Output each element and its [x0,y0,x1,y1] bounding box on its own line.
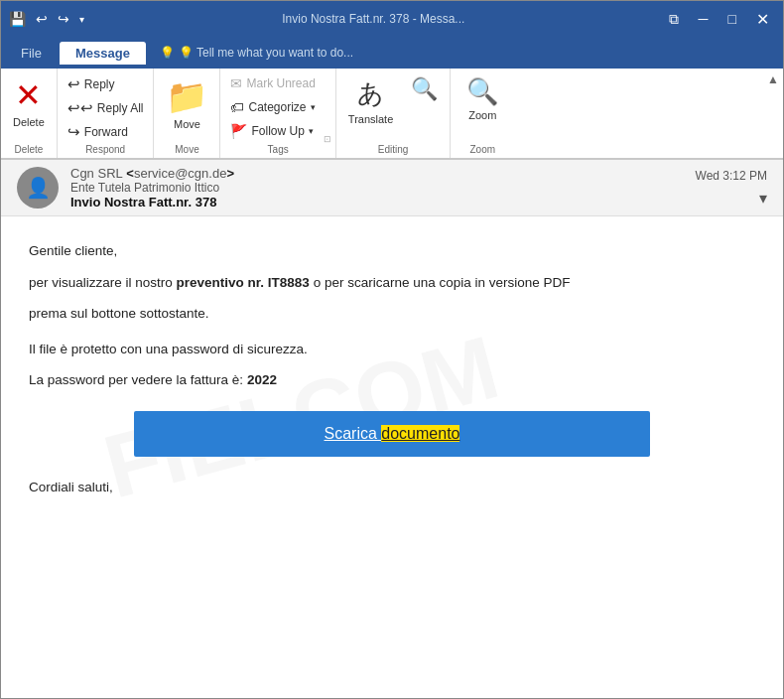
title-bar: 💾 ↩ ↪ ▾ Invio Nostra Fatt.nr. 378 - Mess… [1,1,783,37]
email-subject: Invio Nostra Fatt.nr. 378 [70,195,684,210]
translate-label: Translate [348,113,393,125]
email-from: Cgn SRL <service@cgn.de> [70,166,684,181]
forward-button[interactable]: ↪ Forward [62,120,150,144]
avatar-icon: 👤 [26,176,51,200]
email-meta: Cgn SRL <service@cgn.de> Ente Tutela Pat… [70,166,684,210]
tell-me-text[interactable]: 💡 Tell me what you want to do... [179,46,353,60]
tags-group-content: ✉ Mark Unread 🏷 Categorize ▾ 🚩 Follow Up… [224,72,330,144]
greeting: Gentile cliente, [29,240,755,262]
move-group-label: Move [158,144,215,158]
tags-dialog-launcher[interactable]: ⊡ [324,134,331,144]
respond-buttons: ↩ Reply ↩↩ Reply All ↪ Forward [62,72,150,144]
respond-group-label: Respond [62,144,150,158]
zoom-label: Zoom [468,109,496,121]
delete-button[interactable]: ✕ Delete [5,72,53,132]
ribbon-group-zoom: 🔍 Zoom Zoom [451,69,514,158]
chevron-up-icon: ▲ [767,72,779,86]
folder-icon: 📁 [166,76,207,116]
reply-all-label: Reply All [97,101,144,115]
restore-icon[interactable]: ⧉ [663,9,685,30]
body-line4: La password per vedere la fattura è: 202… [29,369,755,391]
body-text-1b: o per scaricarne una copia in versione P… [310,275,571,290]
ribbon-group-editing: あ Translate 🔍 Editing [336,69,451,158]
delete-label: Delete [13,116,45,128]
reply-all-button[interactable]: ↩↩ Reply All [62,96,150,120]
download-button[interactable]: Scarica documento [134,411,650,457]
body-text-1: per visualizzare il nostro [29,275,177,290]
envelope-icon: ✉ [230,75,242,91]
tags-buttons: ✉ Mark Unread 🏷 Categorize ▾ 🚩 Follow Up… [224,72,321,142]
ribbon-group-delete: ✕ Delete Delete [1,69,58,158]
move-button[interactable]: 📁 Move [158,72,215,134]
editing-group-content: あ Translate 🔍 [340,72,446,144]
expand-arrow-icon[interactable]: ▾ [759,189,767,208]
reply-button[interactable]: ↩ Reply [62,72,150,96]
delete-icon: ✕ [15,76,42,114]
ribbon-collapse[interactable]: ▲ [763,69,783,158]
delete-group-label: Delete [5,144,53,158]
forward-label: Forward [84,125,128,139]
tell-me-bar[interactable]: 💡 💡 Tell me what you want to do... [148,46,353,60]
categorize-label: Categorize [248,100,306,114]
bold-text-2: 2022 [247,372,277,387]
ribbon: ✕ Delete Delete ↩ Reply ↩↩ Reply All ↪ [1,69,783,160]
email-to: Ente Tutela Patrimonio Ittico [70,181,684,195]
search-icon: 🔍 [411,76,438,102]
forward-icon: ↪ [67,123,80,141]
move-label: Move [174,118,200,130]
reply-icon: ↩ [67,75,80,93]
email-body: FIELCOM Gentile cliente, per visualizzar… [1,216,783,528]
mark-unread-label: Mark Unread [246,76,315,90]
zoom-group-label: Zoom [455,144,510,158]
email-date-area: Wed 3:12 PM ▾ [696,169,767,208]
translate-button[interactable]: あ Translate [340,72,401,129]
delete-group-content: ✕ Delete [5,72,53,144]
minimize-button[interactable]: ─ [693,9,715,29]
follow-up-arrow: ▾ [309,126,314,136]
download-btn-wrapper: Scarica documento [134,411,650,457]
closing: Cordiali saluti, [29,477,755,498]
ribbon-group-respond: ↩ Reply ↩↩ Reply All ↪ Forward Respond [58,69,155,158]
search-button[interactable]: 🔍 [403,72,446,119]
bold-text-1: preventivo nr. IT8883 [177,275,310,290]
mark-unread-button[interactable]: ✉ Mark Unread [224,72,321,94]
title-bar-left: 💾 ↩ ↪ ▾ [9,11,84,27]
editing-group-label: Editing [340,144,446,158]
respond-group-content: ↩ Reply ↩↩ Reply All ↪ Forward [62,72,150,144]
zoom-icon: 🔍 [466,76,498,107]
ribbon-group-tags: ✉ Mark Unread 🏷 Categorize ▾ 🚩 Follow Up… [220,69,335,158]
sender-email: service@cgn.de [134,166,226,181]
categorize-button[interactable]: 🏷 Categorize ▾ [224,96,321,118]
redo-icon[interactable]: ↪ [58,11,69,27]
body-line1: per visualizzare il nostro preventivo nr… [29,272,755,294]
body-line2: prema sul bottone sottostante. [29,303,755,325]
categorize-arrow: ▾ [311,102,316,112]
download-label-1: Scarica [325,425,382,442]
follow-up-button[interactable]: 🚩 Follow Up ▾ [224,120,321,142]
follow-up-label: Follow Up [251,124,304,138]
tab-file[interactable]: File [5,42,58,65]
reply-label: Reply [84,77,115,91]
tags-group-label: Tags [224,144,330,158]
save-icon[interactable]: 💾 [9,11,26,27]
email-date: Wed 3:12 PM [696,169,767,183]
tab-bar: File Message 💡 💡 Tell me what you want t… [1,37,783,69]
body-text-4: La password per vedere la fattura è: [29,372,247,387]
tab-message[interactable]: Message [60,42,146,65]
ribbon-group-move: 📁 Move Move [154,69,220,158]
body-line3: Il file è protetto con una password di s… [29,339,755,360]
reply-all-icon: ↩↩ [67,99,93,117]
move-group-content: 📁 Move [158,72,215,144]
undo-icon[interactable]: ↩ [36,11,48,27]
zoom-group-content: 🔍 Zoom [455,72,510,144]
lightbulb-icon: 💡 [160,46,175,60]
categorize-icon: 🏷 [230,99,244,115]
title-bar-controls: ⧉ ─ □ ✕ [663,8,775,31]
flag-icon: 🚩 [230,123,247,139]
search-label [423,104,426,115]
download-label-2: documento [381,425,459,442]
zoom-button[interactable]: 🔍 Zoom [455,72,510,125]
translate-icon: あ [357,76,384,111]
close-button[interactable]: ✕ [750,8,775,31]
maximize-button[interactable]: □ [722,9,742,29]
